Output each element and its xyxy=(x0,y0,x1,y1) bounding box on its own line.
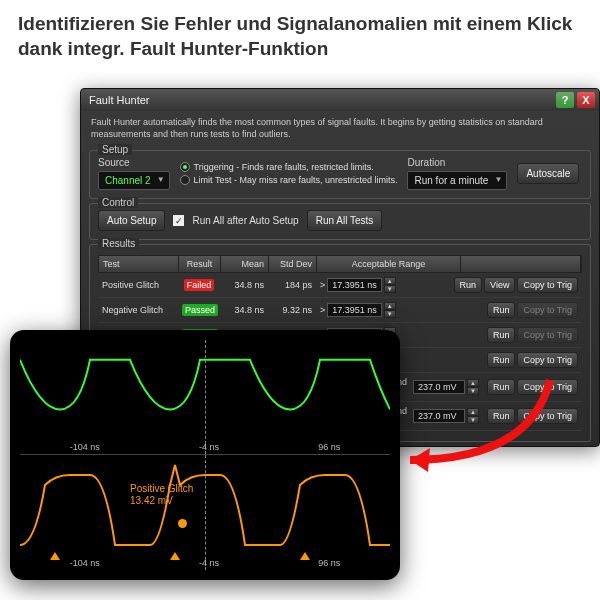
glitch-dot-icon xyxy=(178,519,187,528)
glitch-marker: Positive Glitch 13.42 mV xyxy=(130,483,193,507)
col-range: Acceptable Range xyxy=(317,256,461,272)
cell-range: >17.3951 ns▲▼ xyxy=(316,300,483,320)
duration-label: Duration xyxy=(407,157,507,168)
oscilloscope-overlay: -104 ns -4 ns 96 ns Positive Glitch 13.4… xyxy=(10,330,400,580)
copy-to-trig-button[interactable]: Copy to Trig xyxy=(517,408,578,424)
run-button[interactable]: Run xyxy=(487,408,516,424)
range-input[interactable]: 17.3951 ns xyxy=(327,303,382,317)
axis-x3b: 96 ns xyxy=(318,558,340,568)
col-test: Test xyxy=(99,256,179,272)
cell-std: 9.32 ns xyxy=(268,303,316,317)
run-all-tests-button[interactable]: Run All Tests xyxy=(307,210,383,231)
window-description: Fault Hunter automatically finds the mos… xyxy=(81,111,599,146)
run-all-checkbox[interactable]: ✓ xyxy=(173,215,184,226)
copy-to-trig-button[interactable]: Copy to Trig xyxy=(517,352,578,368)
run-button[interactable]: Run xyxy=(487,327,516,343)
run-all-checkbox-label: Run All after Auto Setup xyxy=(192,215,298,226)
setup-panel: Setup Source Channel 2 Triggering - Find… xyxy=(89,150,591,199)
duration-select[interactable]: Run for a minute xyxy=(407,171,507,190)
range-spinner[interactable]: ▲▼ xyxy=(467,379,479,395)
run-button[interactable]: Run xyxy=(487,352,516,368)
range-input[interactable]: 17.3951 ns xyxy=(327,278,382,292)
results-title: Results xyxy=(98,238,139,249)
control-title: Control xyxy=(98,197,138,208)
view-button[interactable]: View xyxy=(484,277,515,293)
range-spinner[interactable]: ▲▼ xyxy=(384,277,396,293)
range-input[interactable]: 237.0 mV xyxy=(413,409,465,423)
source-label: Source xyxy=(98,157,170,168)
autoscale-button[interactable]: Autoscale xyxy=(517,163,579,184)
limit-test-radio[interactable] xyxy=(180,175,190,185)
col-mean: Mean xyxy=(221,256,269,272)
help-button[interactable]: ? xyxy=(556,92,574,108)
close-button[interactable]: X xyxy=(577,92,595,108)
range-spinner[interactable]: ▲▼ xyxy=(467,408,479,424)
axis-x1b: -104 ns xyxy=(70,558,100,568)
cell-result: Passed xyxy=(178,303,220,317)
marker-name: Positive Glitch xyxy=(130,483,193,495)
range-input[interactable]: 237.0 mV xyxy=(413,380,465,394)
setup-title: Setup xyxy=(98,144,132,155)
col-result: Result xyxy=(179,256,221,272)
range-spinner[interactable]: ▲▼ xyxy=(384,302,396,318)
triggering-radio[interactable] xyxy=(180,162,190,172)
cell-std: 184 ps xyxy=(268,278,316,292)
run-button[interactable]: Run xyxy=(454,277,483,293)
copy-to-trig-button[interactable]: Copy to Trig xyxy=(517,302,578,318)
marker-value: 13.42 mV xyxy=(130,495,193,507)
axis-x2b: -4 ns xyxy=(199,558,219,568)
table-row: Positive Glitch Failed 34.8 ns 184 ps >1… xyxy=(98,273,582,298)
copy-to-trig-button[interactable]: Copy to Trig xyxy=(517,327,578,343)
results-header: Test Result Mean Std Dev Acceptable Rang… xyxy=(98,255,582,273)
headline: Identifizieren Sie Fehler und Signalanom… xyxy=(0,0,600,65)
control-panel: Control Auto Setup ✓ Run All after Auto … xyxy=(89,203,591,240)
cell-result: Failed xyxy=(178,278,220,292)
triggering-label: Triggering - Finds rare faults, restrict… xyxy=(194,162,374,172)
auto-setup-button[interactable]: Auto Setup xyxy=(98,210,165,231)
axis-x3: 96 ns xyxy=(318,442,340,452)
col-std: Std Dev xyxy=(269,256,317,272)
source-select[interactable]: Channel 2 xyxy=(98,171,170,190)
cell-test: Positive Glitch xyxy=(98,278,178,292)
axis-x1: -104 ns xyxy=(70,442,100,452)
window-title: Fault Hunter xyxy=(89,94,150,106)
run-button[interactable]: Run xyxy=(487,379,516,395)
copy-to-trig-button[interactable]: Copy to Trig xyxy=(517,379,578,395)
axis-x2: -4 ns xyxy=(199,442,219,452)
copy-to-trig-button[interactable]: Copy to Trig xyxy=(517,277,578,293)
scope-bottom-channel: Positive Glitch 13.42 mV -104 ns -4 ns 9… xyxy=(20,455,390,570)
limit-test-label: Limit Test - May miss rare faults, unres… xyxy=(194,175,398,185)
cell-mean: 34.8 ns xyxy=(220,303,268,317)
cell-mean: 34.8 ns xyxy=(220,278,268,292)
run-button[interactable]: Run xyxy=(487,302,516,318)
cell-range: >17.3951 ns▲▼ xyxy=(316,275,450,295)
table-row: Negative Glitch Passed 34.8 ns 9.32 ns >… xyxy=(98,298,582,323)
cell-test: Negative Glitch xyxy=(98,303,178,317)
scope-top-channel: -104 ns -4 ns 96 ns xyxy=(20,340,390,455)
titlebar: Fault Hunter ? X xyxy=(81,89,599,111)
